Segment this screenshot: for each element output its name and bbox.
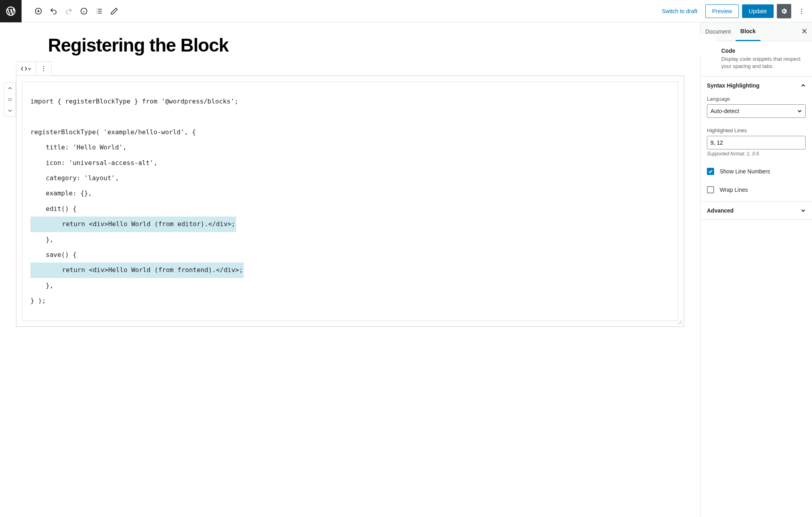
highlighted-lines-label: Highlighted Lines [707, 127, 806, 133]
highlighted-lines-hint: Supported format: 1, 3-5 [707, 151, 806, 157]
chevron-up-icon [801, 83, 806, 88]
svg-point-7 [11, 98, 12, 99]
block-info-description: Display code snippets that respect your … [721, 56, 806, 70]
more-menu-button[interactable] [794, 4, 809, 18]
svg-point-2 [801, 8, 802, 9]
code-block[interactable]: import { registerBlockType } from '@word… [16, 76, 684, 327]
wp-logo[interactable] [0, 0, 22, 22]
update-button[interactable]: Update [742, 4, 774, 18]
svg-point-4 [801, 13, 802, 14]
drag-handle[interactable] [4, 94, 16, 105]
advanced-panel-toggle[interactable]: Advanced [701, 202, 812, 219]
syntax-highlighting-panel: Syntax Highlighting Language Auto-detect… [701, 77, 812, 202]
resize-handle-icon[interactable] [677, 320, 682, 325]
add-block-button[interactable] [31, 4, 46, 18]
block-toolbar [16, 62, 52, 76]
show-line-numbers-label: Show Line Numbers [720, 168, 770, 175]
move-up-button[interactable] [4, 83, 16, 94]
svg-point-5 [8, 98, 9, 99]
language-value: Auto-detect [710, 108, 739, 114]
preview-button[interactable]: Preview [705, 4, 739, 18]
svg-point-9 [10, 100, 10, 101]
wrap-lines-checkbox[interactable] [707, 186, 714, 193]
post-title-input[interactable] [48, 34, 716, 56]
move-down-button[interactable] [4, 105, 16, 116]
block-mover [4, 82, 16, 117]
chevron-down-icon [801, 208, 806, 213]
switch-draft-button[interactable]: Switch to draft [657, 5, 702, 18]
block-info-title: Code [721, 48, 806, 54]
svg-point-3 [801, 10, 802, 11]
redo-button[interactable] [62, 4, 76, 18]
advanced-panel: Advanced [701, 202, 812, 220]
svg-point-8 [8, 100, 9, 101]
svg-point-11 [43, 66, 44, 67]
info-button[interactable] [77, 4, 91, 18]
block-type-button[interactable] [20, 64, 32, 73]
block-info: Code Display code snippets that respect … [701, 41, 812, 77]
syntax-panel-title: Syntax Highlighting [707, 82, 759, 89]
undo-button[interactable] [46, 4, 61, 18]
edit-button[interactable] [107, 4, 121, 18]
outline-button[interactable] [92, 4, 106, 18]
advanced-panel-title: Advanced [707, 207, 734, 214]
show-line-numbers-checkbox[interactable] [707, 168, 714, 175]
tab-block[interactable]: Block [736, 22, 760, 41]
chevron-down-icon [797, 109, 802, 113]
language-label: Language [707, 96, 806, 102]
editor-canvas: import { registerBlockType } from '@word… [0, 22, 700, 517]
wrap-lines-label: Wrap Lines [720, 187, 748, 193]
svg-point-6 [10, 98, 10, 99]
language-select[interactable]: Auto-detect [707, 104, 806, 118]
settings-sidebar: Document Block Code Display code snippet… [700, 22, 812, 517]
highlighted-lines-input[interactable] [707, 136, 806, 149]
close-sidebar-button[interactable] [797, 24, 812, 40]
syntax-panel-toggle[interactable]: Syntax Highlighting [701, 77, 812, 94]
svg-point-13 [43, 70, 44, 71]
svg-point-10 [11, 100, 12, 101]
block-more-button[interactable] [39, 64, 48, 73]
svg-point-12 [43, 68, 44, 69]
settings-button[interactable] [777, 4, 791, 18]
top-toolbar: Switch to draft Preview Update [0, 0, 812, 22]
